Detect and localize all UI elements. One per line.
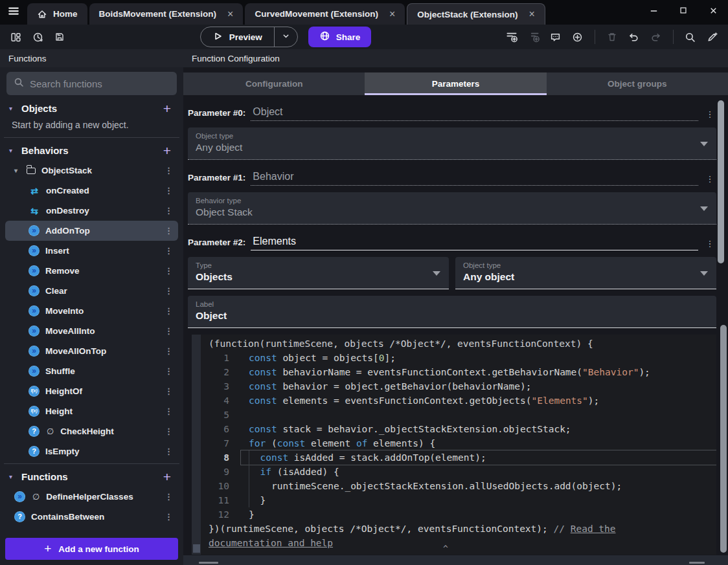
tree-item-ondestroy[interactable]: ⇆onDestroy⋮ <box>5 201 178 221</box>
field-value: Object Stack <box>196 206 709 218</box>
parameter-1-header: Parameter #1:Behavior⋮ <box>188 166 716 186</box>
documentation-link[interactable]: documentation and help <box>209 538 333 548</box>
private-icon: ∅ <box>32 492 40 502</box>
parameter-2-menu-button[interactable]: ⋮ <box>703 239 716 250</box>
minimize-button[interactable] <box>639 0 668 21</box>
code-line-6: 6const stack = behavior._objectStackExte… <box>201 422 716 436</box>
search-functions-input[interactable] <box>30 78 170 89</box>
tree-item-containsbetween[interactable]: ?ContainsBetween⋮ <box>5 507 178 527</box>
field-type-select[interactable]: TypeObjects <box>188 257 449 289</box>
tab-label: Home <box>53 9 78 19</box>
preview-button[interactable]: Preview <box>200 27 298 47</box>
add-behavior-button[interactable]: + <box>160 144 174 157</box>
share-button[interactable]: Share <box>308 27 372 47</box>
section-behaviors[interactable]: ▾ Behaviors + <box>5 140 178 161</box>
preview-dropdown-button[interactable] <box>274 27 297 47</box>
add-function-plus-button[interactable]: + <box>160 471 174 483</box>
item-menu-button[interactable]: ⋮ <box>165 346 174 356</box>
item-menu-button[interactable]: ⋮ <box>165 306 174 316</box>
code-fold-marker[interactable] <box>193 544 200 553</box>
parameter-1-menu-button[interactable]: ⋮ <box>703 174 716 186</box>
tab-curvedmovement-extension[interactable]: CurvedMovement (Extension)× <box>245 3 405 25</box>
close-tab-icon[interactable]: × <box>389 8 395 20</box>
tree-item-height[interactable]: f(x)Height⋮ <box>5 401 178 421</box>
close-tab-icon[interactable]: × <box>227 8 233 20</box>
parameter-1-name-input[interactable]: Behavior <box>251 171 698 186</box>
tab-objectstack-extension[interactable]: ObjectStack (Extension)× <box>407 3 545 25</box>
add-circle-icon[interactable] <box>569 28 587 46</box>
config-tab-parameters[interactable]: Parameters <box>365 72 546 95</box>
code-editor-scrollbar[interactable] <box>720 325 727 553</box>
item-menu-button[interactable]: ⋮ <box>165 492 174 502</box>
field-label-select[interactable]: LabelObject <box>188 296 716 328</box>
item-menu-button[interactable]: ⋮ <box>165 326 174 336</box>
panels-icon[interactable] <box>6 28 25 46</box>
tree-item-shuffle[interactable]: »Shuffle⋮ <box>5 361 178 381</box>
item-menu-button[interactable]: ⋮ <box>165 186 174 195</box>
item-menu-button[interactable]: ⋮ <box>165 286 174 296</box>
item-menu-button[interactable]: ⋮ <box>165 406 174 416</box>
config-tab-object-groups[interactable]: Object groups <box>547 72 728 95</box>
item-menu-button[interactable]: ⋮ <box>165 266 174 276</box>
add-new-function-button[interactable]: + Add a new function <box>5 538 178 560</box>
parameter-2-name-input[interactable]: Elements <box>251 236 698 250</box>
add-object-button[interactable]: + <box>160 102 174 115</box>
parameter-0-menu-button[interactable]: ⋮ <box>703 109 716 121</box>
ai-pen-icon[interactable] <box>703 28 722 46</box>
function-configuration-panel: Function Configuration ConfigurationPara… <box>183 49 728 565</box>
section-objects-label: Objects <box>21 103 154 114</box>
tab-boidsmovement-extension[interactable]: BoidsMovement (Extension)× <box>89 3 244 25</box>
tree-item-addontop[interactable]: »AddOnTop⋮ <box>5 221 178 241</box>
maximize-button[interactable] <box>668 0 698 21</box>
field-behavior-type-select[interactable]: Behavior typeObject Stack <box>188 192 716 225</box>
code-line-12: 12} <box>201 507 716 522</box>
chevron-down-icon[interactable]: ▾ <box>14 167 21 174</box>
close-tab-icon[interactable]: × <box>529 8 535 20</box>
item-menu-button[interactable]: ⋮ <box>165 366 174 376</box>
code-line-9: 9 if (isAdded) { <box>201 465 716 479</box>
section-objects[interactable]: ▾ Objects + <box>5 98 178 118</box>
tree-item-isempty[interactable]: ?IsEmpty⋮ <box>5 441 178 461</box>
field-label: Label <box>196 300 709 308</box>
section-functions[interactable]: ▾ Functions + <box>5 467 178 487</box>
search-functions-box[interactable] <box>6 72 177 95</box>
comment-icon[interactable] <box>547 28 565 46</box>
tree-item-oncreated[interactable]: ⇄onCreated⋮ <box>5 181 178 201</box>
item-menu-button[interactable]: ⋮ <box>165 386 174 396</box>
undo-icon[interactable] <box>625 28 643 46</box>
item-menu-button[interactable]: ⋮ <box>165 246 174 256</box>
tree-item-insert[interactable]: »Insert⋮ <box>5 241 178 261</box>
history-icon[interactable] <box>28 28 47 46</box>
item-menu-button[interactable]: ⋮ <box>165 427 174 436</box>
tree-item-remove[interactable]: »Remove⋮ <box>5 261 178 281</box>
main-menu-button[interactable] <box>0 0 27 25</box>
item-menu-button[interactable]: ⋮ <box>165 206 174 216</box>
tree-item-moveinto[interactable]: »MoveInto⋮ <box>5 301 178 321</box>
parameter-0-name-input[interactable]: Object <box>251 106 698 121</box>
item-menu-button[interactable]: ⋮ <box>165 166 174 175</box>
field-object-type-select[interactable]: Object typeAny object <box>188 127 716 160</box>
close-window-button[interactable] <box>698 0 728 21</box>
tree-item-clear[interactable]: »Clear⋮ <box>5 281 178 301</box>
tree-item-label: MoveAllOnTop <box>45 346 106 356</box>
config-tab-configuration[interactable]: Configuration <box>183 72 365 95</box>
parameters-scrollbar[interactable] <box>718 100 724 263</box>
collapse-hint-icon[interactable]: ^ <box>443 542 448 555</box>
tree-item-checkheight[interactable]: ?∅CheckHeight⋮ <box>5 421 178 441</box>
item-menu-button[interactable]: ⋮ <box>165 226 174 236</box>
tree-item-moveallinto[interactable]: »MoveAllInto⋮ <box>5 321 178 341</box>
tree-item-heightof[interactable]: f(x)HeightOf⋮ <box>5 381 178 401</box>
tree-item-definehelperclasses[interactable]: »∅DefineHelperClasses⋮ <box>5 487 178 507</box>
documentation-link[interactable]: Read the <box>571 524 616 534</box>
field-object-type-select[interactable]: Object typeAny object <box>455 257 716 289</box>
tab-home[interactable]: Home <box>27 3 87 25</box>
item-menu-button[interactable]: ⋮ <box>165 512 174 522</box>
tree-item-moveallontop[interactable]: »MoveAllOnTop⋮ <box>5 341 178 361</box>
add-event-icon[interactable] <box>503 28 521 46</box>
tree-item-objectstack[interactable]: ▾ObjectStack⋮ <box>5 161 178 181</box>
code-editor[interactable]: (function(runtimeScene, objects /*Object… <box>192 335 716 555</box>
tree-item-label: ObjectStack <box>41 166 92 175</box>
save-icon[interactable] <box>51 28 69 46</box>
search-icon[interactable] <box>681 28 700 46</box>
item-menu-button[interactable]: ⋮ <box>165 447 174 456</box>
